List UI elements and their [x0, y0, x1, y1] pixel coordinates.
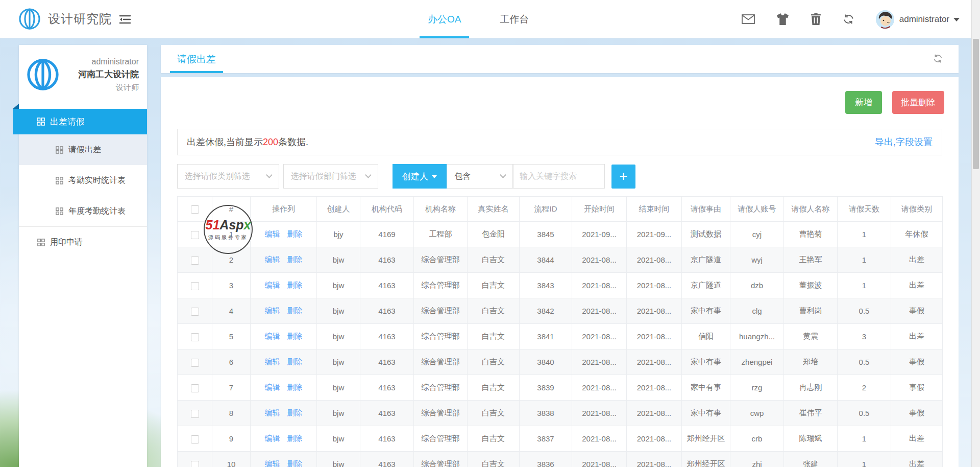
sidebar-item-seal-request[interactable]: 用印申请 [19, 227, 147, 258]
tab-leave-trip[interactable]: 请假出差 [177, 45, 216, 73]
edit-link[interactable]: 编辑 [265, 306, 280, 315]
row-checkbox[interactable] [191, 461, 199, 467]
edit-link[interactable]: 编辑 [265, 408, 280, 417]
cell-org-name: 综合管理部 [414, 324, 468, 349]
sidebar-item-business-leave[interactable]: 出差请假 [13, 109, 147, 134]
edit-link[interactable]: 编辑 [265, 459, 280, 467]
grid-icon [56, 207, 63, 215]
creator-dropdown-button[interactable]: 创建人 [393, 164, 447, 189]
trash-icon[interactable] [811, 13, 821, 25]
keyword-search-input[interactable] [513, 164, 605, 189]
delete-link[interactable]: 删除 [287, 229, 303, 238]
leave-type-filter-select[interactable]: 选择请假类别筛选 [177, 164, 279, 189]
row-checkbox[interactable] [191, 359, 199, 367]
cell-days: 0.5 [838, 298, 891, 324]
col-actions: 操作列 [251, 197, 317, 222]
cell-end-time: 2021-08... [627, 452, 682, 467]
cell-org-name: 综合管理部 [414, 298, 468, 324]
table-row: 10编辑删除bjw4163综合管理部白吉文38362021-08...2021-… [178, 452, 943, 467]
cell-flow-id: 3841 [520, 324, 572, 349]
tab-office-oa[interactable]: 办公OA [423, 0, 466, 38]
delete-link[interactable]: 删除 [287, 357, 303, 366]
cell-creator: bjw [317, 247, 360, 273]
main-area: 请假出差 新增 批量删除 出差休假,当前显示200条数据. 导出,字段设置 选择… [161, 45, 959, 467]
row-checkbox[interactable] [191, 231, 199, 239]
edit-link[interactable]: 编辑 [265, 383, 280, 391]
sidebar-item-attendance-realtime[interactable]: 考勤实时统计表 [19, 165, 147, 196]
info-bar: 出差休假,当前显示200条数据. 导出,字段设置 [177, 129, 942, 155]
dept-filter-select[interactable]: 选择请假部门筛选 [283, 164, 378, 189]
scrollbar-thumb[interactable] [973, 39, 979, 169]
row-checkbox[interactable] [191, 256, 199, 265]
tab-leave-trip-label: 请假出差 [177, 53, 216, 66]
header-actions: administrator [720, 0, 960, 38]
cell-start-time: 2021-08... [572, 426, 627, 452]
cell-start-time: 2021-08... [572, 401, 627, 426]
user-avatar[interactable] [876, 10, 894, 29]
delete-link[interactable]: 删除 [287, 332, 303, 340]
edit-link[interactable]: 编辑 [265, 229, 280, 238]
edit-link[interactable]: 编辑 [265, 255, 280, 264]
edit-link[interactable]: 编辑 [265, 281, 280, 289]
cell-days: 1 [838, 247, 891, 273]
row-checkbox[interactable] [191, 308, 199, 316]
add-filter-button[interactable]: + [611, 165, 635, 189]
edit-link[interactable]: 编辑 [265, 357, 280, 366]
refresh-icon[interactable] [843, 13, 854, 25]
grid-icon [56, 146, 63, 154]
delete-link[interactable]: 删除 [287, 306, 303, 315]
sidebar-item-attendance-annual[interactable]: 年度考勤统计表 [19, 196, 147, 226]
creator-button-label: 创建人 [402, 171, 428, 182]
menu-fold-icon[interactable] [119, 14, 131, 25]
tab-workbench[interactable]: 工作台 [495, 0, 534, 38]
cell-real-name: 白吉文 [468, 298, 520, 324]
tab-refresh-icon[interactable] [933, 53, 943, 64]
cell-account: wyj [730, 247, 784, 273]
cell-days: 1 [838, 426, 891, 452]
cell-org-code: 4163 [360, 324, 414, 349]
edit-link[interactable]: 编辑 [265, 434, 280, 442]
row-checkbox[interactable] [191, 282, 199, 290]
cell-actions: 编辑删除 [251, 452, 317, 467]
mail-icon[interactable] [742, 14, 755, 24]
row-checkbox[interactable] [191, 333, 199, 341]
batch-delete-button[interactable]: 批量删除 [892, 91, 944, 114]
cell-org-name: 工程部 [414, 222, 468, 247]
match-mode-select[interactable]: 包含 [447, 164, 513, 189]
cell-type: 出差 [891, 247, 943, 273]
edit-link[interactable]: 编辑 [265, 332, 280, 340]
cell-org-code: 4163 [360, 247, 414, 273]
row-checkbox[interactable] [191, 435, 199, 443]
cell-type: 出差 [891, 273, 943, 298]
cell-type: 出差 [891, 426, 943, 452]
cell-org-code: 4163 [360, 273, 414, 298]
record-count-text: 出差休假,当前显示200条数据. [187, 136, 308, 148]
window-scrollbar[interactable] [971, 0, 980, 467]
delete-link[interactable]: 删除 [287, 459, 303, 467]
cell-org-code: 4163 [360, 298, 414, 324]
cell-name: 曹艳菊 [784, 222, 838, 247]
delete-link[interactable]: 删除 [287, 434, 303, 442]
table-row: 3编辑删除bjw4163综合管理部白吉文38432021-08...2021-0… [178, 273, 943, 298]
col-creator: 创建人 [317, 197, 360, 222]
select-all-checkbox[interactable] [191, 205, 199, 214]
cell-flow-id: 3837 [520, 426, 572, 452]
row-checkbox[interactable] [191, 384, 199, 392]
user-menu-caret-icon[interactable] [953, 18, 960, 21]
add-button[interactable]: 新增 [845, 91, 882, 114]
row-checkbox[interactable] [191, 410, 199, 418]
cell-start-time: 2021-08... [572, 452, 627, 467]
table-row: 6编辑删除bjw4163综合管理部白吉文38402021-08...2021-0… [178, 349, 943, 375]
delete-link[interactable]: 删除 [287, 408, 303, 417]
cell-days: 0.5 [838, 401, 891, 426]
col-account: 请假人账号 [730, 197, 784, 222]
cell-flow-id: 3844 [520, 247, 572, 273]
delete-link[interactable]: 删除 [287, 281, 303, 289]
delete-link[interactable]: 删除 [287, 255, 303, 264]
delete-link[interactable]: 删除 [287, 383, 303, 391]
cell-account: zhengpei [730, 349, 784, 375]
cell-real-name: 白吉文 [468, 349, 520, 375]
export-fields-link[interactable]: 导出,字段设置 [875, 136, 933, 148]
tshirt-icon[interactable] [776, 13, 789, 25]
sidebar-item-leave-trip[interactable]: 请假出差 [19, 134, 147, 165]
